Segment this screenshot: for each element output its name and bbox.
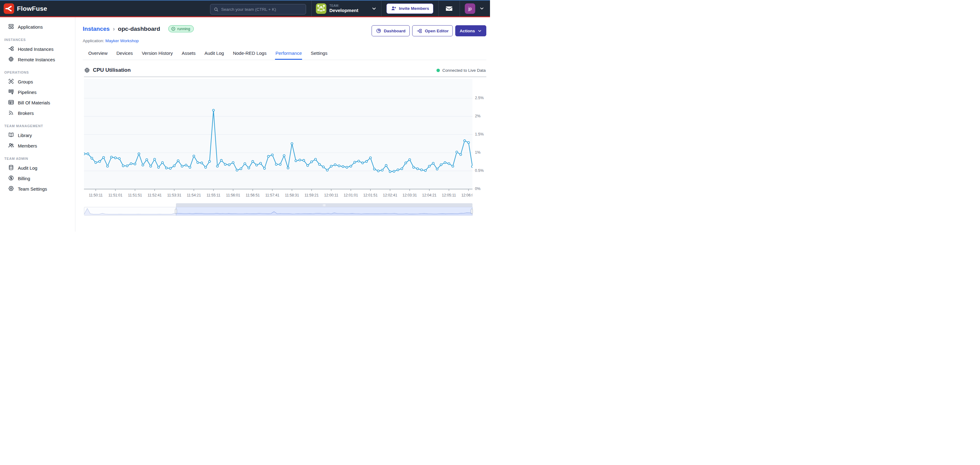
x-tick-label: 11:56:51: [246, 193, 260, 197]
data-point: [307, 165, 309, 166]
invite-members-wrap: Invite Members: [382, 1, 438, 16]
data-point: [224, 163, 226, 165]
notifications-wrap: [439, 1, 460, 16]
sidebar-item-audit-log[interactable]: Audit Log: [0, 163, 75, 173]
brush-selection[interactable]: [176, 207, 473, 216]
page-title: opc-dashboard: [118, 26, 160, 32]
data-point: [153, 158, 156, 160]
chevron-down-icon: [371, 6, 377, 11]
breadcrumb: Instances › opc-dashboard running: [83, 25, 194, 32]
brush-handle-left[interactable]: [175, 209, 177, 214]
plot-background: [84, 79, 473, 189]
data-point: [463, 140, 466, 142]
brand-name: FlowFuse: [17, 5, 47, 12]
team-switcher[interactable]: TEAM: Development: [312, 1, 381, 16]
application-label: Application:: [83, 38, 104, 43]
data-point: [303, 159, 305, 161]
data-point: [354, 161, 356, 163]
sidebar-item-team-settings[interactable]: Team Settings: [0, 184, 75, 194]
notifications-button[interactable]: [445, 5, 453, 12]
data-point: [283, 155, 285, 157]
sidebar-item-billing[interactable]: Billing: [0, 173, 75, 184]
sidebar-item-hosted-instances[interactable]: Hosted Instances: [0, 44, 75, 54]
data-point: [200, 162, 203, 164]
data-point: [134, 163, 136, 165]
data-point: [358, 160, 360, 162]
search-bar[interactable]: [210, 4, 306, 14]
tab-devices[interactable]: Devices: [116, 48, 133, 60]
x-tick-label: 11:54:21: [187, 193, 201, 197]
x-tick-label: 11:51:01: [108, 193, 123, 197]
user-menu[interactable]: jp: [460, 1, 490, 16]
live-status-label: Connected to Live Data: [442, 68, 486, 73]
sidebar-item-library[interactable]: Library: [0, 130, 75, 141]
application-link[interactable]: Mayker Workshop: [105, 38, 139, 43]
data-point: [138, 153, 140, 155]
live-dot-icon: [436, 69, 440, 72]
data-point: [444, 162, 446, 164]
data-point: [271, 154, 274, 156]
tab-assets[interactable]: Assets: [181, 48, 196, 60]
data-point: [389, 171, 391, 173]
tab-overview[interactable]: Overview: [88, 48, 108, 60]
open-editor-button-label: Open Editor: [425, 29, 449, 33]
chart-title: CPU Utilisation: [93, 67, 131, 73]
breadcrumb-instances-link[interactable]: Instances: [83, 26, 110, 32]
cpu-chart[interactable]: 11:50:1111:51:0111:51:5111:52:4111:53:31…: [84, 79, 473, 200]
data-point: [264, 167, 266, 169]
data-point: [381, 169, 383, 171]
remote-instances-icon: [8, 56, 14, 62]
data-point: [428, 165, 430, 167]
data-point: [299, 159, 301, 161]
sidebar-item-remote-instances[interactable]: Remote Instances: [0, 54, 75, 65]
sidebar-item-groups[interactable]: Groups: [0, 77, 75, 87]
sidebar-item-members[interactable]: Members: [0, 141, 75, 151]
sidebar-item-pipelines[interactable]: Pipelines: [0, 87, 75, 97]
data-point: [213, 109, 215, 112]
data-point: [267, 155, 269, 158]
data-point: [193, 155, 195, 157]
brush-drag-bar[interactable]: [176, 203, 473, 207]
data-point: [220, 159, 223, 161]
chart-brush[interactable]: [84, 203, 473, 216]
tab-node-red-logs[interactable]: Node-RED Logs: [232, 48, 267, 60]
tab-audit-log[interactable]: Audit Log: [204, 48, 224, 60]
data-point: [126, 165, 128, 167]
brand-logo[interactable]: FlowFuse: [4, 3, 47, 14]
members-icon: [8, 142, 14, 149]
grip-icon: [324, 204, 325, 206]
data-point: [110, 156, 113, 158]
sidebar-item-brokers[interactable]: Brokers: [0, 108, 75, 118]
status-badge-label: running: [178, 27, 190, 31]
chart-row: 11:50:1111:51:0111:51:5111:52:4111:53:31…: [84, 79, 486, 200]
tab-performance[interactable]: Performance: [275, 48, 302, 60]
data-point: [318, 163, 320, 165]
pipelines-icon: [8, 89, 14, 95]
x-tick-label: 11:58:31: [285, 193, 299, 197]
data-point: [420, 169, 423, 171]
invite-members-label: Invite Members: [399, 6, 429, 11]
y-axis-labels: 2.5%2%1.5%1%0.5%0%: [473, 79, 485, 200]
actions-button[interactable]: Actions: [455, 25, 486, 36]
data-point: [95, 162, 97, 164]
data-point: [99, 160, 101, 163]
data-point: [397, 169, 399, 171]
brush-handle-right[interactable]: [471, 209, 473, 214]
open-editor-button[interactable]: Open Editor: [412, 25, 453, 36]
x-tick-label: 11:50:11: [89, 193, 103, 197]
dashboard-button[interactable]: Dashboard: [372, 25, 410, 36]
tab-settings[interactable]: Settings: [310, 48, 328, 60]
data-point: [122, 165, 124, 167]
data-point: [256, 164, 258, 166]
data-point: [361, 162, 364, 164]
invite-members-button[interactable]: Invite Members: [387, 3, 433, 14]
tab-version-history[interactable]: Version History: [142, 48, 173, 60]
page-head: Instances › opc-dashboard running Dashbo…: [83, 25, 486, 36]
data-point: [197, 162, 199, 164]
dashboard-button-label: Dashboard: [384, 29, 406, 33]
search-input[interactable]: [221, 7, 303, 12]
data-point: [287, 167, 289, 169]
sidebar-item-applications[interactable]: Applications: [0, 22, 75, 32]
sidebar-item-bill-of-materials[interactable]: Bill Of Materials: [0, 97, 75, 108]
x-tick-label: 11:59:21: [304, 193, 319, 197]
